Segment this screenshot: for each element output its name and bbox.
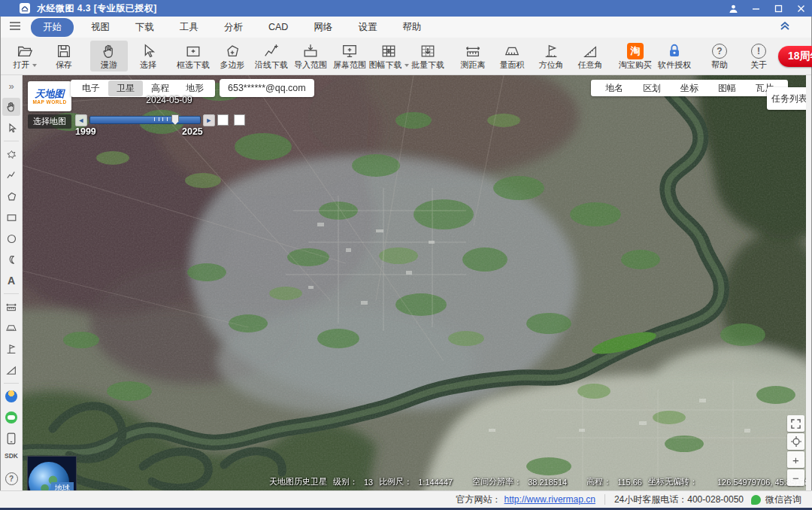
close-button[interactable]: [789, 0, 812, 17]
box-select-download-icon: [185, 42, 201, 60]
panel-tab-districts[interactable]: 区划: [633, 80, 671, 96]
menu-item-cad[interactable]: CAD: [256, 19, 301, 35]
measure-area-icon: [504, 42, 520, 60]
sidebar-azimuth-tool[interactable]: [2, 340, 20, 358]
toolbar-button-open[interactable]: 打开: [6, 41, 44, 71]
website-link[interactable]: http://www.rivermap.cn: [504, 494, 595, 505]
panel-tab-sheets[interactable]: 图幅: [708, 80, 746, 96]
sidebar-measure-area-tool[interactable]: [2, 319, 20, 337]
wechat-consult-link[interactable]: 微信咨询: [765, 493, 801, 506]
menu-item-tools[interactable]: 工具: [167, 18, 211, 37]
hamburger-menu-icon[interactable]: [10, 22, 20, 32]
about-icon: !: [751, 44, 766, 59]
toolbar-button-import-extent[interactable]: 导入范围: [292, 41, 329, 71]
status-scale-value: 1:144447: [418, 478, 453, 487]
sidebar-select-tool[interactable]: [2, 119, 20, 137]
toolbar-button-label: 批量下载: [411, 60, 444, 70]
polyline-download-icon: [263, 42, 280, 60]
toolbar-button-select[interactable]: 选择: [129, 41, 167, 71]
map-provider-panel[interactable]: 天地图 MAP WORLD: [28, 81, 71, 111]
timeline-prev-button[interactable]: ◄: [75, 114, 87, 126]
panel-tab-coordinates[interactable]: 坐标: [671, 80, 708, 96]
sidebar-separator: [4, 141, 19, 141]
layer-tab-satellite[interactable]: 卫星: [108, 80, 143, 96]
toolbar-button-polygon[interactable]: 多边形: [214, 41, 251, 71]
sidebar-collapse-icon[interactable]: »: [2, 77, 20, 95]
select-map-button[interactable]: 选择地图: [28, 114, 71, 129]
menu-item-help[interactable]: 帮助: [389, 18, 434, 37]
toolbar-button-label: 图幅下载: [369, 60, 402, 70]
sidebar-arc-tool[interactable]: [2, 250, 20, 269]
toolbar-button-taobao[interactable]: 淘 淘宝购买: [617, 41, 654, 71]
toolbar-button-along-line-download[interactable]: 沿线下载: [253, 41, 290, 71]
toolbar-button-save[interactable]: 保存: [45, 41, 83, 71]
layer-tab-electronic[interactable]: 电子: [74, 80, 108, 96]
satellite-imagery[interactable]: [23, 75, 806, 490]
minimize-button[interactable]: [744, 0, 767, 17]
globe-preview[interactable]: 地球: [27, 456, 77, 490]
layer-tab-terrain[interactable]: 地形: [177, 80, 212, 96]
sidebar-mobile-app-icon[interactable]: [2, 430, 20, 448]
menu-item-network[interactable]: 网络: [301, 18, 345, 37]
toolbar-button-sheet-download[interactable]: 图幅下载: [370, 41, 408, 71]
toolbar-button-box-download[interactable]: 框选下载: [174, 41, 212, 71]
toolbar-button-pan[interactable]: 漫游: [90, 41, 128, 71]
map-viewport[interactable]: 天地图 MAP WORLD 选择地图 电子 卫星 高程 地形 653******…: [23, 75, 806, 490]
sidebar-globe-service-icon[interactable]: [2, 387, 20, 405]
toolbar-button-help[interactable]: ? 帮助: [701, 41, 738, 71]
sidebar-measure-distance-tool[interactable]: [2, 298, 20, 316]
zoom-out-icon[interactable]: −: [787, 469, 804, 486]
toolbar-button-label: 任意角: [578, 60, 603, 70]
task-list-button[interactable]: 任务列表: [767, 87, 806, 110]
toolbar-button-license[interactable]: 软件授权: [656, 41, 693, 71]
locate-target-icon[interactable]: [787, 433, 804, 450]
timeline-option-box-1[interactable]: [217, 114, 229, 126]
map-status-line: 天地图历史卫星 级别： 13 比例尺： 1:144447 空间分辨率： 38.2…: [269, 476, 806, 487]
panel-tab-placenames[interactable]: 地名: [595, 80, 633, 96]
status-elevation-value: 115.66: [617, 478, 642, 487]
account-badge[interactable]: 653******@qq.com: [220, 79, 314, 97]
footer-bar: 官方网站： http://www.rivermap.cn 24小时客服电话： 4…: [0, 490, 812, 508]
sidebar-sdk-label[interactable]: SDK: [5, 452, 18, 460]
sidebar-pan-tool[interactable]: [2, 98, 20, 116]
fullscreen-icon[interactable]: [787, 415, 804, 432]
timeline-handle[interactable]: [171, 114, 179, 125]
sidebar-rectangle-tool[interactable]: [2, 208, 20, 226]
timeline-slider[interactable]: ◄ ►: [75, 114, 215, 126]
timeline-next-button[interactable]: ►: [203, 114, 215, 126]
sidebar-ellipse-tool[interactable]: [2, 229, 20, 247]
maximize-button[interactable]: [767, 0, 789, 17]
sidebar-freehand-tool[interactable]: [2, 145, 20, 163]
menu-item-start[interactable]: 开始: [31, 18, 74, 37]
sidebar-help-icon[interactable]: ?: [2, 469, 20, 487]
toolbar-button-measure-area[interactable]: 量面积: [493, 41, 531, 71]
layer-tab-elevation[interactable]: 高程: [143, 80, 177, 96]
menu-item-view[interactable]: 视图: [78, 18, 123, 37]
menu-item-analysis[interactable]: 分析: [211, 18, 256, 37]
timeline-track[interactable]: [89, 116, 201, 124]
menu-item-settings[interactable]: 设置: [345, 18, 389, 37]
toolbar-button-measure-distance[interactable]: 测距离: [454, 41, 492, 71]
user-account-icon[interactable]: [722, 0, 744, 17]
menu-item-download[interactable]: 下载: [123, 18, 167, 37]
timeline-option-box-2[interactable]: [234, 114, 245, 126]
wechat-icon: [751, 495, 761, 505]
status-elevation-label: 高程：: [586, 476, 611, 487]
sidebar-polygon-tool[interactable]: [2, 187, 20, 205]
sidebar-text-tool[interactable]: A: [2, 272, 20, 290]
zoom-in-icon[interactable]: +: [787, 451, 804, 468]
collapse-ribbon-icon[interactable]: [780, 21, 790, 33]
anniversary-badge[interactable]: 18周年庆: [778, 46, 812, 67]
timeline-tick: [159, 117, 159, 121]
toolbar-button-batch-download[interactable]: 批量下载: [409, 41, 447, 71]
toolbar-button-azimuth[interactable]: 方位角: [532, 41, 570, 71]
toolbar-button-label: 漫游: [101, 60, 117, 70]
toolbar-button-any-angle[interactable]: 任意角: [571, 41, 609, 71]
sidebar-wechat-icon[interactable]: [2, 408, 20, 427]
timeline-start-year: 1999: [75, 126, 96, 137]
sidebar-angle-tool[interactable]: [2, 361, 20, 379]
toolbar-button-about[interactable]: ! 关于: [740, 41, 777, 71]
status-level-label: 级别：: [333, 476, 358, 487]
toolbar-button-screen-extent[interactable]: 屏幕范围: [331, 41, 368, 71]
sidebar-polyline-tool[interactable]: [2, 166, 20, 184]
